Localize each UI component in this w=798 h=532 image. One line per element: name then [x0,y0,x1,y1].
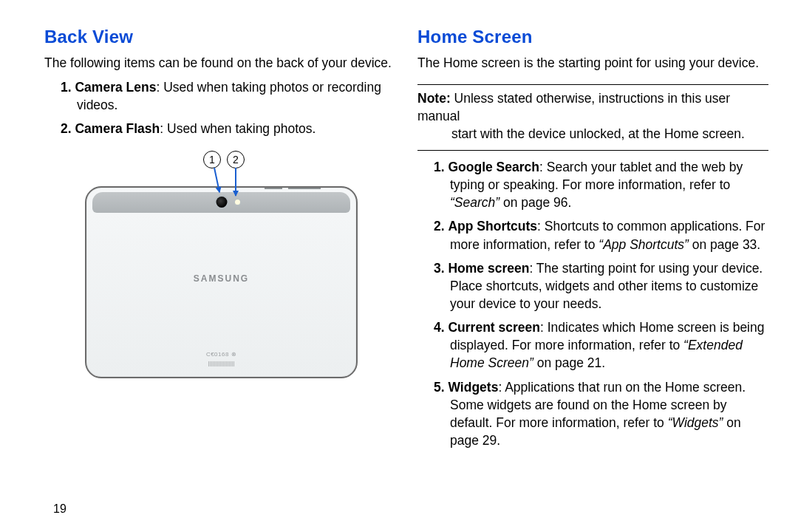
device-figure: 1 2 SAMSUNG C€0168 ⊗ [85,151,355,378]
item-desc: : Used when taking photos. [160,121,316,136]
left-column: Back View The following items can be fou… [44,22,395,510]
list-item: 2. App Shortcuts: Shortcuts to common ap… [434,217,768,253]
item-number: 2. [434,219,445,233]
note-body: Unless stated otherwise, instructions in… [417,91,730,123]
home-screen-heading: Home Screen [417,27,768,47]
callout-2: 2 [227,151,245,168]
device-cert-label: C€0168 ⊗ [206,351,236,358]
item-desc-tail: on page 96. [499,195,571,210]
list-item: 4. Current screen: Indicates which Home … [434,318,768,372]
item-term: Camera Lens [75,80,156,95]
device-barcode-icon [208,361,235,366]
item-number: 1. [61,80,72,95]
camera-lens-icon [216,197,227,208]
home-screen-intro: The Home screen is the starting point fo… [417,55,768,72]
figure-callouts: 1 2 [85,151,355,188]
list-item: 1. Camera Lens: Used when taking photos … [61,78,395,114]
item-number: 4. [434,320,445,335]
item-desc-tail: on page 33. [689,237,760,252]
list-item: 1. Google Search: Search your tablet and… [434,158,768,211]
list-item: 3. Home screen: The starting point for u… [434,259,768,313]
item-term: Camera Flash [75,121,160,136]
item-term: Widgets [448,380,498,395]
item-number: 1. [434,160,445,174]
page-number: 19 [53,502,66,516]
back-view-heading: Back View [44,27,395,47]
right-column: Home Screen The Home screen is the start… [417,22,768,510]
item-term: Current screen [448,320,540,335]
home-screen-list: 1. Google Search: Search your tablet and… [417,158,768,455]
list-item: 5. Widgets: Applications that run on the… [434,378,768,450]
item-ref: “App Shortcuts” [598,237,689,252]
item-term: Home screen [448,261,529,276]
back-view-list: 1. Camera Lens: Used when taking photos … [44,78,395,143]
note-body-cont: start with the device unlocked, at the H… [417,125,768,143]
callout-leader-line [235,168,236,196]
item-term: App Shortcuts [448,219,537,233]
camera-flash-icon [235,200,240,205]
callout-1: 1 [203,151,221,168]
item-ref: “Widgets” [668,415,723,430]
device-brand-label: SAMSUNG [194,273,249,284]
item-number: 2. [61,121,72,136]
list-item: 2. Camera Flash: Used when taking photos… [61,120,395,137]
item-desc-tail: on page 21. [533,355,605,370]
back-view-intro: The following items can be found on the … [44,55,395,72]
item-number: 3. [434,261,445,276]
manual-page: Back View The following items can be fou… [0,0,798,532]
item-ref: “Search” [450,195,499,210]
note-label: Note: [417,91,451,106]
item-term: Google Search [448,160,539,174]
item-number: 5. [434,380,445,395]
device-back-illustration: SAMSUNG C€0168 ⊗ [85,186,358,378]
note-block: Note: Unless stated otherwise, instructi… [417,84,768,151]
